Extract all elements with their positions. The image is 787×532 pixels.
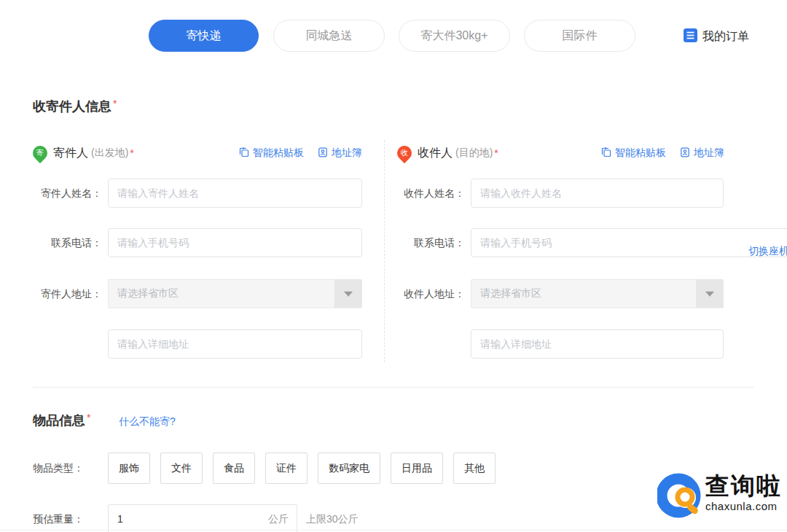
item-type-clothing[interactable]: 服饰 [108,453,150,484]
sender-phone-label: 联系电话： [33,237,102,250]
recipient-phone-label: 联系电话： [397,237,465,250]
my-orders-button[interactable]: 我的订单 [684,28,749,44]
tab-international[interactable]: 国际件 [524,20,635,52]
item-type-documents[interactable]: 文件 [160,453,203,484]
recipient-name-row: 收件人姓名： [397,179,724,208]
sender-name-input[interactable] [108,179,362,208]
sender-name-label: 寄件人姓名： [33,187,102,200]
address-book-icon [317,146,329,160]
watermark-domain: chaxunla.com [705,500,782,512]
order-list-icon [684,28,697,45]
item-type-certificates[interactable]: 证件 [265,453,308,484]
sender-hint: (出发地) [91,146,128,160]
address-book-icon [679,146,691,160]
recipient-name-label: 收件人姓名： [397,187,465,200]
sender-pin-icon: 寄 [30,143,50,163]
recipient-title: 收件人 [418,146,453,161]
chevron-down-icon[interactable] [334,280,361,308]
recipient-detail-address-input[interactable] [471,329,724,359]
item-type-group: 服饰 文件 食品 证件 数码家电 日用品 其他 [108,453,496,484]
contact-section-title: 收寄件人信息* [33,98,117,115]
recipient-detail-row [397,329,724,359]
chaxunla-watermark: 查询啦 chaxunla.com [657,472,782,522]
sender-address-book-link[interactable]: 地址簿 [317,146,362,160]
recipient-region-row: 收件人地址： 请选择省市区 [397,279,724,308]
my-orders-label: 我的订单 [702,29,749,44]
recipient-hint: (目的地) [455,146,493,160]
tab-same-city-delivery[interactable]: 同城急送 [273,20,385,52]
sender-name-row: 寄件人姓名： [33,179,362,208]
chevron-down-icon[interactable] [696,280,723,308]
sender-address-label: 寄件人地址： [33,288,102,301]
what-cannot-ship-link[interactable]: 什么不能寄? [119,415,176,429]
recipient-name-input[interactable] [471,179,724,208]
weight-limit-note: 上限30公斤 [306,513,359,526]
clipboard-plus-icon [238,146,250,160]
item-type-other[interactable]: 其他 [453,453,496,484]
section-divider [33,387,754,388]
item-type-daily-goods[interactable]: 日用品 [391,453,443,484]
required-asterisk: * [130,147,133,159]
magnifier-logo-icon [657,472,704,522]
column-divider [384,140,385,362]
required-asterisk: * [87,412,90,423]
sender-title: 寄件人 [53,146,88,161]
recipient-pin-icon: 收 [394,143,415,163]
sender-detail-row [33,329,362,359]
sender-header: 寄 寄件人 (出发地) * 智能粘贴板 地址簿 [33,143,362,163]
required-asterisk: * [494,147,498,159]
item-type-food[interactable]: 食品 [213,453,255,484]
sender-smart-paste-link[interactable]: 智能粘贴板 [238,146,304,160]
estimated-weight-label: 预估重量： [33,513,84,526]
weight-unit: 公斤 [268,513,289,526]
sender-detail-address-input[interactable] [108,329,362,359]
items-section-title: 物品信息* [33,412,90,429]
required-asterisk: * [113,98,117,109]
switch-landline-link[interactable]: 切换座机 [748,245,787,258]
tab-send-express[interactable]: 寄快递 [149,20,259,52]
recipient-header: 收 收件人 (目的地) * 智能粘贴板 地址簿 [397,143,724,163]
recipient-address-label: 收件人地址： [397,288,465,301]
sender-region-row: 寄件人地址： 请选择省市区 [33,279,362,308]
recipient-phone-input[interactable] [471,228,787,257]
bottom-divider [0,530,787,531]
recipient-region-select[interactable]: 请选择省市区 [471,279,724,308]
recipient-address-book-link[interactable]: 地址簿 [679,146,724,160]
clipboard-plus-icon [600,146,612,160]
recipient-phone-row: 联系电话： 切换座机 [397,228,724,257]
sender-phone-input[interactable] [108,228,362,257]
sender-region-select[interactable]: 请选择省市区 [108,279,362,308]
item-type-label: 物品类型： [33,462,84,475]
watermark-brand: 查询啦 [705,472,782,501]
ship-express-page: 寄快递 同城急送 寄大件30kg+ 国际件 我的订单 收寄件人信息* 寄 寄件人… [0,0,787,532]
item-type-electronics[interactable]: 数码家电 [318,453,380,484]
tab-large-parcel-30kg[interactable]: 寄大件30kg+ [399,20,510,52]
recipient-smart-paste-link[interactable]: 智能粘贴板 [600,146,666,160]
sender-phone-row: 联系电话： [33,228,362,257]
